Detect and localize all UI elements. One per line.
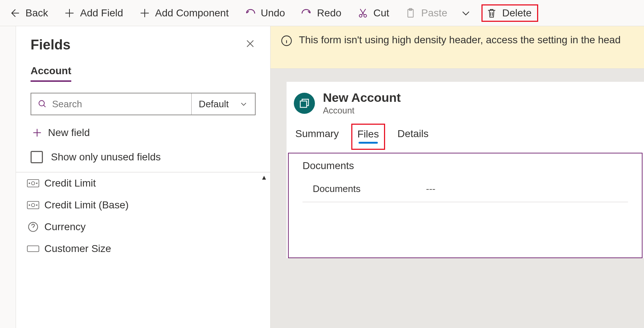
close-panel-button[interactable] bbox=[245, 38, 256, 52]
undo-icon bbox=[245, 8, 256, 19]
svg-point-10 bbox=[31, 203, 35, 207]
add-component-button[interactable]: Add Component bbox=[133, 4, 235, 22]
back-button[interactable]: Back bbox=[3, 4, 55, 22]
back-label: Back bbox=[25, 7, 48, 19]
entity-avatar bbox=[294, 93, 315, 114]
redo-icon bbox=[301, 8, 312, 19]
field-label: Currency bbox=[44, 221, 86, 233]
search-icon bbox=[38, 99, 47, 109]
fields-panel-title: Fields bbox=[31, 37, 71, 53]
delete-button[interactable]: Delete bbox=[481, 4, 538, 22]
entity-icon bbox=[299, 98, 310, 109]
tab-details[interactable]: Details bbox=[396, 126, 430, 150]
delete-label: Delete bbox=[502, 7, 532, 19]
svg-point-11 bbox=[29, 205, 30, 205]
chevron-down-icon bbox=[460, 8, 471, 19]
row-value: --- bbox=[426, 183, 436, 195]
scroll-up-button[interactable]: ▲ bbox=[261, 174, 267, 181]
svg-rect-16 bbox=[300, 101, 307, 107]
field-list: ▲ Credit Limit Credit Limit (Base) Curre… bbox=[16, 172, 270, 260]
fields-panel: Fields Account Default New field bbox=[16, 26, 271, 328]
help-icon bbox=[27, 221, 39, 232]
paste-button: Paste bbox=[399, 4, 454, 22]
tab-files-highlight: Files bbox=[351, 124, 385, 150]
plus-icon bbox=[64, 8, 75, 19]
undo-label: Undo bbox=[261, 7, 285, 19]
svg-point-12 bbox=[36, 205, 37, 205]
toolbar: Back Add Field Add Component Undo Redo C… bbox=[0, 0, 644, 26]
form-body-section[interactable]: Documents Documents --- bbox=[288, 153, 643, 258]
form-header: New Account Account bbox=[287, 82, 644, 121]
field-item-customer-size[interactable]: Customer Size bbox=[16, 238, 270, 260]
undo-button[interactable]: Undo bbox=[238, 4, 292, 22]
unused-fields-checkbox[interactable] bbox=[31, 151, 43, 163]
left-rail bbox=[0, 26, 16, 328]
svg-point-4 bbox=[39, 101, 44, 106]
field-label: Credit Limit (Base) bbox=[44, 199, 129, 211]
cut-button[interactable]: Cut bbox=[351, 4, 396, 22]
back-arrow-icon bbox=[9, 8, 20, 19]
new-field-button[interactable]: New field bbox=[31, 127, 256, 139]
form-tabs: Summary Files Details bbox=[287, 121, 644, 150]
svg-point-6 bbox=[31, 181, 35, 185]
trash-icon bbox=[486, 8, 497, 19]
add-field-label: Add Field bbox=[80, 7, 123, 19]
clipboard-icon bbox=[405, 8, 416, 19]
redo-label: Redo bbox=[317, 7, 341, 19]
plus-icon bbox=[139, 8, 150, 19]
field-label: Customer Size bbox=[44, 243, 111, 255]
option-icon bbox=[27, 243, 39, 254]
redo-button[interactable]: Redo bbox=[295, 4, 348, 22]
cut-label: Cut bbox=[373, 7, 389, 19]
new-field-label: New field bbox=[48, 127, 90, 139]
documents-row[interactable]: Documents --- bbox=[303, 180, 628, 202]
canvas-area: This form isn't using high density heade… bbox=[271, 26, 644, 328]
filter-dropdown[interactable]: Default bbox=[192, 93, 255, 115]
close-icon bbox=[245, 38, 256, 49]
svg-rect-14 bbox=[27, 246, 39, 252]
field-search[interactable] bbox=[31, 93, 192, 115]
search-input[interactable] bbox=[52, 99, 184, 110]
currency-icon bbox=[27, 178, 39, 189]
unused-fields-label: Show only unused fields bbox=[51, 151, 161, 163]
field-item-credit-limit[interactable]: Credit Limit bbox=[16, 172, 270, 194]
scissors-icon bbox=[357, 8, 368, 19]
info-banner-text: This form isn't using high density heade… bbox=[299, 34, 621, 46]
tab-summary[interactable]: Summary bbox=[294, 126, 340, 150]
form-title: New Account bbox=[323, 91, 401, 105]
filter-label: Default bbox=[199, 99, 229, 110]
paste-label: Paste bbox=[421, 7, 447, 19]
plus-icon bbox=[32, 128, 42, 138]
field-item-credit-limit-base[interactable]: Credit Limit (Base) bbox=[16, 194, 270, 216]
svg-point-1 bbox=[364, 14, 367, 17]
form-card: New Account Account Summary Files Detail… bbox=[287, 82, 644, 258]
section-title: Documents bbox=[303, 160, 628, 172]
field-search-row: Default bbox=[31, 93, 256, 115]
info-banner: This form isn't using high density heade… bbox=[271, 26, 644, 69]
entity-tab-account[interactable]: Account bbox=[31, 65, 71, 82]
tab-files[interactable]: Files bbox=[356, 126, 380, 145]
field-label: Credit Limit bbox=[44, 177, 96, 189]
row-label: Documents bbox=[313, 183, 361, 195]
svg-point-0 bbox=[359, 14, 362, 17]
add-component-label: Add Component bbox=[155, 7, 229, 19]
paste-dropdown-button[interactable] bbox=[457, 5, 475, 21]
add-field-button[interactable]: Add Field bbox=[57, 4, 129, 22]
field-item-currency[interactable]: Currency bbox=[16, 216, 270, 238]
currency-icon bbox=[27, 200, 39, 211]
info-icon bbox=[281, 35, 292, 47]
chevron-down-icon bbox=[240, 100, 248, 108]
svg-point-7 bbox=[29, 183, 30, 184]
svg-point-8 bbox=[36, 183, 37, 184]
form-subtitle: Account bbox=[323, 105, 401, 116]
unused-fields-row: Show only unused fields bbox=[31, 151, 256, 163]
